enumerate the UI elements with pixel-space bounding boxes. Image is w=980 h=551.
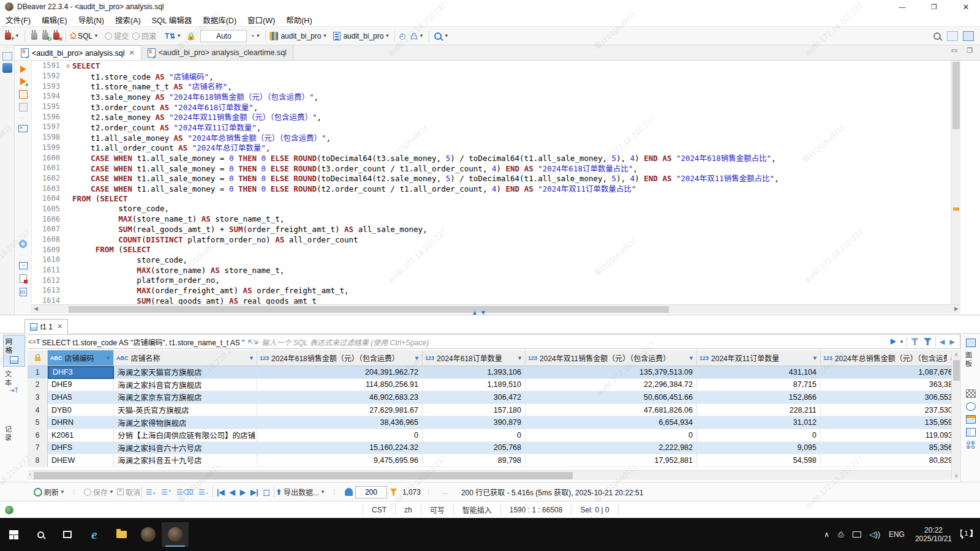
cancel-icon[interactable] <box>117 489 124 495</box>
presentation-record-tab[interactable]: 记录 <box>3 423 25 444</box>
row-number[interactable]: 3 <box>28 391 48 404</box>
reconnect-icon[interactable] <box>42 32 48 40</box>
grid-cell[interactable]: 1,087,676 <box>821 366 951 379</box>
code-line[interactable]: 1614 SUM(real_goods_amt) AS real_goods_a… <box>32 296 951 304</box>
column-header[interactable]: 1232024年双11销售金额（元）（包含运费）▼ <box>526 350 697 365</box>
export-button[interactable]: 导出数据... <box>284 487 319 497</box>
zoom-controls-icon[interactable]: ⊖⊕⊗⊜ <box>966 441 976 449</box>
search-dropdown[interactable]: ▼ <box>444 33 449 39</box>
grid-cell[interactable]: 9,095 <box>697 442 821 455</box>
tray-expand-icon[interactable]: ∧ <box>824 530 829 539</box>
editor-tab[interactable]: <audit_bi_pro> analysis.sql✕ <box>15 45 141 60</box>
grid-cell[interactable]: 海澜之家抖音六十六号店 <box>114 442 257 455</box>
panel-toggle-icon[interactable] <box>966 339 976 347</box>
table-row[interactable]: 2DHE9海澜之家抖音官方旗舰店114,850,256.911,189,5102… <box>28 379 951 392</box>
grid-cell[interactable]: 海澜之家抖音官方旗舰店 <box>114 379 257 392</box>
script-icon[interactable] <box>19 103 28 111</box>
column-header[interactable]: 1232024年618销售金额（元）（包含运费）▼ <box>257 350 423 365</box>
grouping-panel-icon[interactable] <box>966 415 976 424</box>
perspective-editor-icon[interactable] <box>947 31 958 41</box>
grid-cell[interactable]: 306,472 <box>423 391 526 404</box>
grid-cell[interactable]: DHF3 <box>48 366 114 379</box>
edit-filter-icon[interactable] <box>911 338 919 345</box>
database-navigator-icon[interactable] <box>2 63 12 73</box>
code-line[interactable]: 1606 MAX(store_name_t) AS store_name_t_t… <box>32 214 951 224</box>
fetch-size-input[interactable] <box>355 486 387 498</box>
grid-cell[interactable]: 海澜之家京东官方旗舰店 <box>114 391 257 404</box>
grid-cell[interactable]: 431,104 <box>697 366 821 379</box>
grid-cell[interactable]: 205,768 <box>423 442 526 455</box>
column-header[interactable]: 1232024年双11订单数量▼ <box>697 350 821 365</box>
grid-cell[interactable]: DHEW <box>48 454 114 467</box>
grid-cell[interactable]: 0 <box>697 429 821 442</box>
grid-cell[interactable]: 6,654,934 <box>526 416 697 429</box>
fold-marker[interactable]: ⊖ <box>64 62 72 69</box>
grid-cell[interactable]: 135,379,513.09 <box>526 366 697 379</box>
commit-icon[interactable] <box>105 32 112 40</box>
row-number[interactable]: 6 <box>28 429 48 442</box>
editor-horizontal-scrollbar[interactable]: ◀ ▶ <box>32 304 960 313</box>
result-tab[interactable]: t1 1 ✕ <box>24 319 68 334</box>
tab-close-icon[interactable]: ✕ <box>129 49 135 57</box>
dbeaver-taskbar-icon[interactable] <box>162 522 189 547</box>
table-row[interactable]: 6K2061分销【上海白阔供应链有限公司】的店铺0000119,093 <box>28 429 951 442</box>
rollback-button[interactable]: 回滚 <box>141 31 156 41</box>
notification-icon[interactable]: 1 <box>960 530 973 539</box>
file-explorer-icon[interactable] <box>108 522 135 547</box>
export-dropdown[interactable]: ▼ <box>320 489 325 495</box>
code-line[interactable]: 1598 t1.all_sale_money AS "2024年总销售金额（元）… <box>32 132 951 143</box>
row-number[interactable]: 2 <box>28 379 48 392</box>
grid-cell[interactable]: 0 <box>526 429 697 442</box>
filter-back-icon[interactable]: ◀ <box>940 338 944 346</box>
editor-vertical-scrollbar[interactable] <box>951 61 960 304</box>
transaction-icon[interactable]: T⇅ <box>165 32 175 40</box>
grid-cell[interactable]: 85,356 <box>821 442 951 455</box>
column-header[interactable]: 1232024年总销售金额（元）（包含运费）∧ <box>821 350 951 365</box>
grid-cell[interactable]: 204,391,962.72 <box>257 366 423 379</box>
grid-cell[interactable]: 80,829 <box>821 454 951 467</box>
menu-item-h[interactable]: 帮助(H) <box>281 13 317 26</box>
code-line[interactable]: 1612 platform_order_no, <box>32 275 951 285</box>
save-file-icon[interactable] <box>20 274 27 283</box>
menu-item-d[interactable]: 数据库(D) <box>197 13 242 26</box>
grid-cell[interactable]: 海澜之家天猫官方旗舰店 <box>114 366 257 379</box>
grid-cell[interactable]: 1,393,106 <box>423 366 526 379</box>
grid-cell[interactable]: 9,475,695.96 <box>257 454 423 467</box>
row-number[interactable]: 8 <box>28 454 48 467</box>
lock-icon[interactable]: 🔒 <box>186 32 195 40</box>
dashboard-icon[interactable]: ◴ <box>399 32 405 40</box>
code-line[interactable]: 1603 CASE WHEN t1.all_sale_money = 0 THE… <box>32 183 951 193</box>
network-icon[interactable]: 凸 <box>410 31 418 41</box>
last-row-icon[interactable]: ▶| <box>251 488 258 497</box>
minimize-button[interactable]: — <box>888 0 916 13</box>
execute-script-icon[interactable] <box>19 90 28 99</box>
code-line[interactable]: 1604FROM (SELECT <box>32 193 951 204</box>
presentation-grid-tab[interactable]: 网格 <box>3 335 25 367</box>
grid-cell[interactable]: 2,222,982 <box>526 442 697 455</box>
column-header[interactable]: ABC店铺编码▼ <box>48 350 114 365</box>
result-filter-bar[interactable]: <>T SELECT t1.store_code AS "店铺编码", t1.s… <box>24 334 960 349</box>
add-row-icon[interactable]: ☰₊ <box>146 488 156 497</box>
grid-cell[interactable]: 1,189,510 <box>423 379 526 392</box>
result-grid[interactable]: ABC店铺编码▼ABC店铺名称▼1232024年618销售金额（元）（包含运费）… <box>28 350 951 480</box>
code-line[interactable]: 1599 t1.all_order_count AS "2024年总订单数量", <box>32 143 951 153</box>
code-line[interactable]: 1600 CASE WHEN t1.all_sale_money = 0 THE… <box>32 152 951 163</box>
grid-cell[interactable]: 157,180 <box>423 404 526 417</box>
code-line[interactable]: 1601 CASE WHEN t1.all_sale_money = 0 THE… <box>32 163 951 173</box>
new-connection-dropdown[interactable]: ▼ <box>15 33 20 39</box>
presentation-text-tab[interactable]: 文本⇥T <box>3 368 25 396</box>
grid-cell[interactable]: 27,629,981.67 <box>257 404 423 417</box>
fetch-settings-icon[interactable] <box>345 488 353 496</box>
code-line[interactable]: 1609 FROM (SELECT <box>32 244 951 255</box>
save-icon[interactable] <box>84 489 91 496</box>
save-dropdown[interactable]: ▼ <box>109 489 114 495</box>
duplicate-row-icon[interactable]: ☰⁺ <box>161 488 172 497</box>
code-line[interactable]: 1593 t1.store_name_t_t AS "店铺名称", <box>32 81 951 91</box>
commit-button[interactable]: 提交 <box>114 31 129 41</box>
grid-cell[interactable]: DHA5 <box>48 391 114 404</box>
table-row[interactable]: 5DHRN海澜之家得物旗舰店38,436,965390,8796,654,934… <box>28 416 951 429</box>
editor-pane-controls[interactable]: ▭ ❐ <box>951 47 976 54</box>
sql-console-icon[interactable] <box>18 125 28 132</box>
result-tab-close-icon[interactable]: ✕ <box>57 323 62 331</box>
apply-filter-icon[interactable] <box>891 339 896 345</box>
